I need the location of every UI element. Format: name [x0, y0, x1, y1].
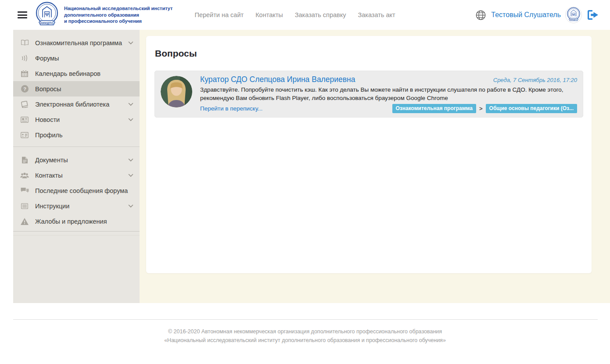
sidebar-item-profile[interactable]: Профиль [13, 127, 140, 143]
institute-logo[interactable]: Ψ НИИДПО [34, 1, 60, 29]
sidebar-item-label: Вопросы [35, 86, 61, 93]
open-book-icon [20, 39, 29, 46]
chevron-down-icon [128, 41, 133, 45]
comments-icon [20, 187, 29, 194]
sidebar-item-latest-forum-posts[interactable]: Последние сообщения форума [13, 183, 140, 198]
chevron-down-icon [128, 204, 133, 208]
top-nav-link-order-act[interactable]: Заказать акт [358, 11, 395, 18]
svg-text:НИИДПО: НИИДПО [570, 19, 578, 21]
list-icon [20, 203, 29, 209]
sidebar-item-label: Ознакомительная программа [35, 39, 122, 46]
top-nav-link-order-certificate[interactable]: Заказать справку [295, 11, 346, 18]
message-body: Здравствуйте. Попробуйте почистить кэш. … [200, 86, 577, 102]
sidebar-item-label: Профиль [35, 132, 63, 139]
message-tags: Ознакомительная программа>Общие основы п… [392, 104, 578, 113]
svg-text:?: ? [23, 86, 26, 92]
sidebar-item-news[interactable]: Новости [13, 112, 140, 127]
message-date: Среда, 7 Сентябрь 2016, 17:20 [493, 77, 577, 83]
svg-text:Ψ: Ψ [45, 12, 49, 17]
top-nav-link-go-to-site[interactable]: Перейти на сайт [195, 11, 244, 18]
user-avatar[interactable]: Ψ НИИДПО [565, 7, 582, 23]
sidebar-item-forums[interactable]: Форумы [13, 50, 140, 66]
user-name-link[interactable]: Тестовый Слушатель [491, 11, 561, 19]
sidebar-item-questions[interactable]: ?Вопросы [13, 81, 140, 96]
curator-avatar [161, 76, 192, 107]
tilted-book-icon [20, 101, 29, 108]
institute-name: Национальный исследовательский институт … [64, 5, 173, 25]
language-globe-icon[interactable] [476, 10, 486, 20]
chevron-down-icon [128, 103, 133, 106]
institute-name-line: и профессионального обучения [64, 18, 173, 25]
footer-institute-line: «Национальный исследовательский институт… [0, 336, 610, 345]
sidebar-item-label: Электронная библиотека [35, 101, 109, 108]
sidebar-item-documents[interactable]: Документы [13, 152, 140, 168]
sidebar-bottom-divider [13, 231, 140, 232]
tag-separator: > [479, 105, 483, 112]
sidebar-item-label: Жалобы и предложения [35, 218, 107, 225]
sidebar: Ознакомительная программаФорумыКалендарь… [13, 30, 140, 303]
sidebar-group: ДокументыКонтактыПоследние сообщения фор… [13, 146, 140, 229]
chevron-down-icon [128, 158, 133, 162]
sidebar-item-label: Инструкции [35, 203, 69, 210]
id-card-icon [20, 132, 29, 138]
chevron-down-icon [128, 118, 133, 121]
course-tag-badge[interactable]: Ознакомительная программа [392, 104, 476, 113]
sidebar-group: Ознакомительная программаФорумыКалендарь… [13, 35, 140, 143]
message-content: Куратор СДО Слепцова Ирина Валериевна Ср… [200, 75, 577, 113]
page-body: Ознакомительная программаФорумыКалендарь… [0, 30, 610, 303]
institute-name-line: Национальный исследовательский институт [64, 5, 173, 12]
sidebar-item-label: Календарь вебинаров [35, 70, 100, 77]
newspaper-icon [20, 117, 29, 123]
question-message-card: Куратор СДО Слепцова Ирина Валериевна Ср… [154, 71, 583, 118]
document-icon [20, 157, 29, 164]
sidebar-bottom-divider [13, 235, 140, 236]
sidebar-item-label: Форумы [35, 55, 59, 62]
sidebar-item-label: Последние сообщения форума [35, 187, 128, 194]
svg-text:Ψ: Ψ [573, 13, 575, 16]
top-nav: Перейти на сайтКонтактыЗаказать справкуЗ… [195, 11, 395, 18]
sidebar-item-contacts-side[interactable]: Контакты [13, 168, 140, 183]
header: Ψ НИИДПО Национальный исследовательский … [0, 0, 610, 30]
sidebar-item-label: Новости [35, 116, 60, 123]
footer-copyright-line: © 2016-2020 Автономная некоммерческая ор… [0, 327, 610, 336]
svg-text:НИИДПО: НИИДПО [40, 21, 54, 25]
go-to-conversation-link[interactable]: Перейти в переписку... [200, 105, 262, 112]
message-author-link[interactable]: Куратор СДО Слепцова Ирина Валериевна [200, 75, 355, 84]
sidebar-item-e-library[interactable]: Электронная библиотека [13, 96, 140, 112]
sidebar-item-label: Контакты [35, 172, 63, 179]
forum-waves-icon [20, 55, 29, 61]
page-title: Вопросы [155, 48, 592, 59]
logout-icon[interactable] [587, 10, 599, 20]
institute-name-line: дополнительного образования [64, 12, 173, 18]
footer: © 2016-2020 Автономная некоммерческая ор… [0, 327, 610, 345]
header-user-area: Тестовый Слушатель Ψ НИИДПО [476, 7, 599, 23]
calendar-icon [20, 70, 29, 77]
main-area: Вопросы Куратор СДО Слепцова Ирина Валер… [140, 30, 610, 303]
course-tag-badge[interactable]: Общие основы педагогики (Оз... [486, 104, 577, 113]
sidebar-item-intro-program[interactable]: Ознакомительная программа [13, 35, 140, 50]
chevron-down-icon [128, 174, 133, 177]
sidebar-item-webinar-calendar[interactable]: Календарь вебинаров [13, 66, 140, 81]
footer-divider [13, 319, 598, 320]
content-card: Вопросы Куратор СДО Слепцова Ирина Валер… [146, 36, 592, 273]
top-nav-link-contacts[interactable]: Контакты [255, 11, 283, 18]
hamburger-menu-icon[interactable] [18, 10, 27, 20]
warning-triangle-icon [20, 218, 29, 225]
users-icon [20, 172, 29, 178]
question-circle-icon: ? [20, 85, 29, 93]
sidebar-item-instructions[interactable]: Инструкции [13, 198, 140, 214]
sidebar-item-complaints[interactable]: Жалобы и предложения [13, 214, 140, 229]
sidebar-item-label: Документы [35, 157, 68, 164]
